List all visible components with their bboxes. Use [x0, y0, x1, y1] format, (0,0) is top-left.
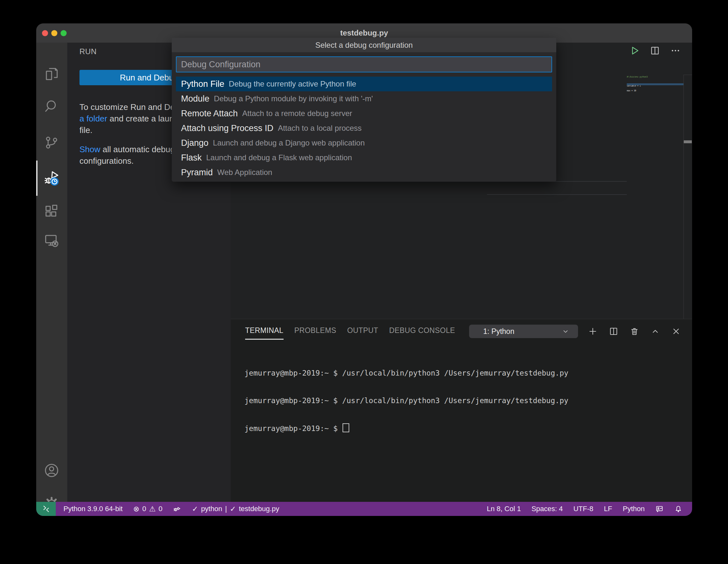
terminal-line: jemurray@mbp-2019:~ $ /usr/local/bin/pyt…: [244, 396, 568, 405]
check-icon: ✓: [192, 505, 198, 513]
terminal-cursor: [343, 423, 349, 432]
tab-output[interactable]: OUTPUT: [347, 324, 378, 340]
cursor-position-status[interactable]: Ln 8, Col 1: [487, 505, 521, 513]
show-configurations-hint: Show all automatic debug configurations.: [79, 144, 175, 167]
kill-terminal-icon[interactable]: [629, 326, 640, 337]
maximize-panel-icon[interactable]: [649, 326, 661, 337]
vscode-window: testdebug.py: [36, 23, 692, 516]
status-right: Ln 8, Col 1 Spaces: 4 UTF-8 LF Python: [487, 502, 683, 516]
bottom-panel: TERMINAL PROBLEMS OUTPUT DEBUG CONSOLE 1…: [231, 319, 692, 502]
quickpick-list: Python File Debug the currently active P…: [176, 77, 552, 180]
activity-bar: [36, 43, 67, 502]
quickpick-item-flask[interactable]: Flask Launch and debug a Flask web appli…: [176, 150, 552, 165]
more-actions-icon[interactable]: [670, 45, 681, 56]
quickpick-item-remote-attach[interactable]: Remote Attach Attach to a remote debug s…: [176, 106, 552, 121]
status-bar: Python 3.9.0 64-bit ⊗ 0 ⚠ 0 ✓ python | ✓…: [36, 502, 692, 516]
sidebar-title: RUN: [79, 47, 97, 56]
minimap-current-line-highlight: [627, 83, 683, 85]
accounts-icon[interactable]: [43, 462, 60, 479]
eol-status[interactable]: LF: [604, 505, 612, 513]
new-terminal-icon[interactable]: [587, 326, 599, 337]
quickpick-item-python-file[interactable]: Python File Debug the currently active P…: [176, 77, 552, 91]
source-control-icon[interactable]: [43, 134, 60, 151]
remote-explorer-icon[interactable]: [43, 232, 60, 249]
scrollbar-track-top: [683, 75, 692, 75]
quickpick-item-attach-pid[interactable]: Attach using Process ID Attach to a loca…: [176, 121, 552, 136]
quickpick-item-django[interactable]: Django Launch and debug a Django web app…: [176, 136, 552, 150]
bug-play-icon: [173, 505, 181, 513]
linter-file-status[interactable]: ✓ python | ✓ testdebug.py: [192, 505, 279, 513]
quickpick-title: Select a debug configuration: [172, 38, 556, 52]
current-line-border-bottom: [487, 194, 627, 195]
status-left: Python 3.9.0 64-bit ⊗ 0 ⚠ 0 ✓ python | ✓…: [63, 502, 279, 516]
tab-problems[interactable]: PROBLEMS: [294, 324, 336, 340]
tab-terminal[interactable]: TERMINAL: [245, 324, 284, 340]
split-terminal-icon[interactable]: [608, 326, 619, 337]
debug-config-quickpick: Select a debug configuration Python File…: [172, 38, 556, 182]
run-python-file-icon[interactable]: [629, 45, 641, 56]
terminal-output[interactable]: jemurray@mbp-2019:~ $ /usr/local/bin/pyt…: [244, 350, 568, 452]
encoding-status[interactable]: UTF-8: [573, 505, 593, 513]
error-icon: ⊗: [133, 505, 139, 513]
check-icon: ✓: [230, 505, 236, 513]
split-editor-icon[interactable]: [649, 45, 661, 56]
desktop: testdebug.py: [0, 0, 728, 564]
language-mode-status[interactable]: Python: [623, 505, 645, 513]
show-link[interactable]: Show: [79, 145, 100, 154]
remote-icon: [41, 504, 51, 514]
python-interpreter-status[interactable]: Python 3.9.0 64-bit: [63, 505, 123, 513]
panel-tabs: TERMINAL PROBLEMS OUTPUT DEBUG CONSOLE: [245, 324, 455, 340]
scrollbar-track: [683, 75, 684, 319]
terminal-line: jemurray@mbp-2019:~ $ /usr/local/bin/pyt…: [244, 369, 568, 378]
minimap[interactable]: #!/bin/env python3 variable = 1 max = 10…: [627, 73, 682, 92]
panel-actions: [587, 326, 682, 337]
indentation-status[interactable]: Spaces: 4: [532, 505, 563, 513]
quickpick-input[interactable]: [176, 56, 552, 72]
run-and-debug-icon[interactable]: [43, 170, 60, 187]
notifications-bell-icon[interactable]: [674, 505, 683, 513]
remote-indicator[interactable]: [36, 502, 56, 516]
warning-icon: ⚠: [149, 505, 156, 513]
quickpick-item-module[interactable]: Module Debug a Python module by invoking…: [176, 91, 552, 106]
quickpick-item-pyramid[interactable]: Pyramid Web Application: [176, 165, 552, 180]
feedback-icon[interactable]: [655, 505, 664, 513]
search-icon[interactable]: [43, 98, 60, 115]
explorer-icon[interactable]: [43, 66, 60, 82]
extensions-icon[interactable]: [43, 203, 60, 220]
close-panel-icon[interactable]: [670, 326, 682, 337]
open-folder-link-2[interactable]: a folder: [79, 114, 107, 123]
problems-status[interactable]: ⊗ 0 ⚠ 0: [133, 505, 162, 513]
terminal-instance-select[interactable]: 1: Python: [469, 325, 578, 338]
chevron-down-icon: [561, 327, 570, 336]
tab-debug-console[interactable]: DEBUG CONSOLE: [389, 324, 455, 340]
active-view-indicator: [36, 161, 37, 196]
terminal-prompt-line: jemurray@mbp-2019:~ $: [244, 423, 568, 433]
debug-status-icon[interactable]: [173, 505, 181, 513]
overview-ruler-marker[interactable]: [684, 140, 692, 143]
